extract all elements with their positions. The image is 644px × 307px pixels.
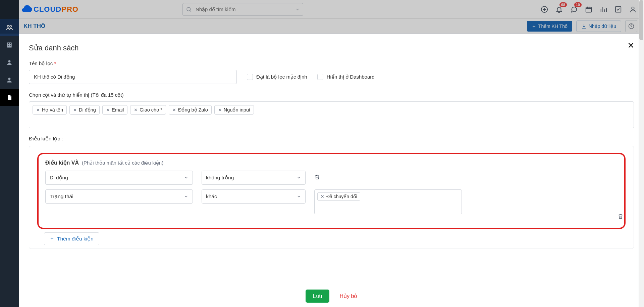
modal-title: Sửa danh sách <box>29 44 634 52</box>
column-tag[interactable]: ✕Họ và tên <box>33 105 67 115</box>
field-select[interactable]: Di động <box>45 171 193 185</box>
conditions-container: Điều kiện VÀ (Phải thỏa mãn tất cả các đ… <box>29 146 634 249</box>
operator-select[interactable]: khác <box>202 189 306 204</box>
svg-point-0 <box>7 26 9 28</box>
delete-condition-icon[interactable] <box>314 171 320 180</box>
import-button[interactable]: Nhập dữ liệu <box>576 20 621 32</box>
sidebar-item-contact[interactable] <box>0 54 19 71</box>
value-tag[interactable]: ✕Đã chuyển đổi <box>317 192 360 201</box>
add-icon[interactable] <box>541 6 548 13</box>
add-lead-label: Thêm KH Thô <box>538 24 568 29</box>
chat-icon[interactable]: 10 <box>570 6 578 13</box>
delete-condition-icon[interactable] <box>618 213 624 219</box>
cloud-icon <box>21 5 34 14</box>
svg-rect-2 <box>7 43 11 48</box>
app-logo: CLOUDPRO <box>21 5 78 14</box>
conditions-label: Điều kiện lọc : <box>29 136 634 142</box>
svg-point-13 <box>632 7 634 9</box>
filter-name-input[interactable] <box>29 70 237 84</box>
default-filter-checkbox[interactable]: Đặt là bộ lọc mặc định <box>247 74 307 80</box>
svg-point-9 <box>187 7 191 11</box>
columns-box[interactable]: ✕Họ và tên ✕Di động ✕Email ✕Giao cho * ✕… <box>29 101 634 128</box>
modal-footer: Lưu Hủy bỏ <box>19 285 644 307</box>
remove-tag-icon[interactable]: ✕ <box>134 107 138 113</box>
columns-label: Chọn cột và thứ tự hiển thị (Tối đa 15 c… <box>29 92 634 98</box>
page-title: KH THÔ <box>23 23 45 30</box>
add-condition-button[interactable]: Thêm điều kiện <box>44 232 99 245</box>
logo-text-cloud: CLOUD <box>34 5 61 14</box>
sidebar-item-companies[interactable] <box>0 36 19 54</box>
chevron-down-icon[interactable] <box>295 7 300 12</box>
remove-tag-icon[interactable]: ✕ <box>172 107 176 113</box>
svg-rect-12 <box>615 6 621 12</box>
svg-rect-4 <box>10 43 11 44</box>
calendar-icon[interactable] <box>585 6 592 13</box>
and-conditions-group: Điều kiện VÀ (Phải thỏa mãn tất cả các đ… <box>37 153 626 229</box>
column-tag[interactable]: ✕Đồng bộ Zalo <box>169 105 212 115</box>
logo-text-pro: PRO <box>61 5 78 14</box>
bell-badge: 68 <box>559 2 567 7</box>
operator-select[interactable]: không trống <box>202 171 306 185</box>
close-icon[interactable] <box>627 42 635 49</box>
remove-tag-icon[interactable]: ✕ <box>73 107 77 113</box>
chart-icon[interactable] <box>600 6 607 13</box>
save-button[interactable]: Lưu <box>306 290 330 303</box>
bell-icon[interactable]: 68 <box>555 6 563 13</box>
chevron-down-icon <box>184 194 189 199</box>
column-tag[interactable]: ✕Nguồn input <box>214 105 254 115</box>
column-tag[interactable]: ✕Di động <box>69 105 100 115</box>
cancel-button[interactable]: Hủy bỏ <box>339 293 357 299</box>
condition-row: Di động không trống <box>45 171 618 185</box>
remove-tag-icon[interactable]: ✕ <box>218 107 222 113</box>
import-label: Nhập dữ liệu <box>589 24 616 29</box>
sidebar-item-leads[interactable] <box>0 19 19 36</box>
search-input[interactable] <box>182 3 303 16</box>
and-conditions-title: Điều kiện VÀ (Phải thỏa mãn tất cả các đ… <box>45 160 618 166</box>
chevron-down-icon <box>297 175 301 180</box>
global-search <box>182 3 303 16</box>
value-select[interactable]: ✕Đã chuyển đổi <box>314 189 462 214</box>
edit-list-modal: Sửa danh sách Tên bộ lọc * Đặt là bộ lọc… <box>19 34 644 307</box>
chat-badge: 10 <box>574 2 582 7</box>
svg-point-1 <box>10 26 11 28</box>
svg-rect-3 <box>8 43 9 44</box>
chevron-down-icon <box>184 175 189 180</box>
page-subheader: KH THÔ Thêm KH Thô Nhập dữ liệu <box>0 19 644 34</box>
svg-rect-6 <box>10 45 11 46</box>
remove-tag-icon[interactable]: ✕ <box>106 107 110 113</box>
filter-name-label: Tên bộ lọc * <box>29 60 634 67</box>
column-tag[interactable]: ✕Giao cho * <box>130 105 166 115</box>
svg-point-8 <box>8 78 11 80</box>
sidebar-item-user[interactable] <box>0 71 19 89</box>
add-lead-button[interactable]: Thêm KH Thô <box>527 21 572 32</box>
help-button[interactable] <box>625 20 637 32</box>
svg-rect-5 <box>8 45 9 46</box>
field-select[interactable]: Trạng thái <box>45 189 193 204</box>
condition-row: Trạng thái khác ✕Đã chuyển đổi <box>45 189 618 214</box>
remove-value-icon[interactable]: ✕ <box>320 194 324 199</box>
svg-point-7 <box>8 60 11 62</box>
dashboard-checkbox[interactable]: Hiển thị ở Dashboard <box>317 74 375 80</box>
default-filter-label: Đặt là bộ lọc mặc định <box>256 74 307 80</box>
sidebar-item-doc[interactable] <box>0 89 19 106</box>
chevron-down-icon <box>297 194 301 199</box>
svg-rect-11 <box>586 7 592 12</box>
app-header: CLOUDPRO 68 10 <box>0 0 644 19</box>
scrollbar[interactable] <box>639 0 644 307</box>
remove-tag-icon[interactable]: ✕ <box>36 107 40 113</box>
left-sidebar <box>0 0 19 307</box>
user-avatar-icon[interactable] <box>629 6 637 13</box>
dashboard-label: Hiển thị ở Dashboard <box>327 74 375 80</box>
search-icon <box>186 6 192 12</box>
column-tag[interactable]: ✕Email <box>102 105 127 115</box>
check-icon[interactable] <box>614 6 622 13</box>
